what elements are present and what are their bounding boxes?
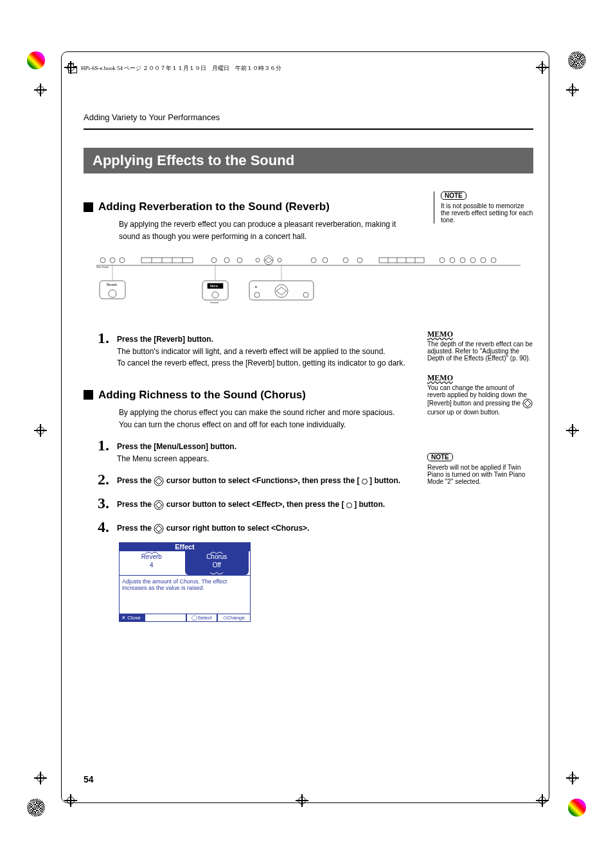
crop-mark	[34, 424, 47, 437]
step-text: Press the	[117, 476, 154, 485]
svg-point-43	[254, 292, 260, 297]
print-mark-color	[27, 51, 45, 69]
step-text: To cancel the reverb effect, press the […	[117, 357, 414, 369]
svg-rect-5	[141, 258, 193, 263]
print-mark-lines	[27, 799, 45, 817]
cursor-icon	[154, 500, 164, 510]
svg-point-13	[256, 258, 260, 262]
doc-header-text: HPi-6S-e.book 54 ページ ２００７年１１月１９日 月曜日 午前１…	[81, 64, 282, 73]
svg-point-26	[450, 258, 455, 263]
step-number: 1.	[84, 437, 109, 465]
chorus-intro: By applying the chorus effect you can ma…	[119, 407, 414, 430]
svg-point-32	[109, 290, 116, 297]
memo-text: You can change the amount of reverb appl…	[427, 384, 533, 416]
crop-mark	[566, 772, 579, 784]
divider	[84, 128, 533, 130]
circle-icon	[346, 502, 352, 508]
crop-mark	[566, 84, 579, 96]
section-header: Adding Variety to Your Performances	[84, 112, 533, 122]
svg-point-38	[212, 292, 218, 298]
effect-tab-chorus: Chorus Off	[185, 551, 249, 575]
svg-point-27	[460, 258, 465, 263]
svg-point-15	[264, 256, 273, 265]
effect-footer-spacer	[145, 614, 186, 622]
svg-point-30	[491, 258, 496, 263]
svg-rect-20	[379, 258, 424, 263]
step-title: Press the [Menu/Lesson] button.	[117, 442, 236, 451]
cursor-icon	[154, 476, 164, 486]
svg-point-18	[343, 258, 348, 263]
step-number: 4.	[84, 518, 109, 536]
step-text: Press the	[117, 500, 154, 509]
step-title: Press the [Reverb] button.	[117, 335, 213, 344]
crop-mark	[34, 772, 47, 784]
svg-point-19	[357, 258, 362, 263]
crop-mark	[566, 424, 579, 437]
step-text: The Menu screen appears.	[117, 453, 414, 465]
note-text: It is not possible to memorize the rever…	[441, 202, 533, 224]
cursor-icon	[154, 524, 164, 534]
svg-point-45	[275, 285, 288, 297]
svg-text:Lesson: Lesson	[210, 301, 218, 304]
svg-point-14	[278, 258, 281, 262]
crop-mark	[34, 84, 47, 96]
step-text: cursor button to select <Functions>, the…	[166, 476, 362, 485]
svg-point-17	[323, 258, 328, 263]
reverb-heading: Adding Reverberation to the Sound (Rever…	[84, 200, 414, 213]
effect-close: ✕ Close	[119, 614, 145, 622]
print-mark-lines	[568, 51, 586, 69]
square-bullet-icon	[84, 202, 93, 212]
effect-select: ◯Select	[186, 614, 217, 622]
step-text: ] button.	[354, 500, 385, 509]
svg-point-25	[440, 258, 445, 263]
svg-point-12	[237, 258, 242, 263]
svg-point-2	[110, 258, 115, 263]
memo-text: The depth of the reverb effect can be ad…	[427, 341, 533, 362]
svg-point-29	[481, 258, 486, 263]
memo-label: MEMO	[427, 330, 533, 339]
document-icon	[68, 63, 77, 73]
svg-point-10	[211, 258, 217, 263]
svg-text:×: ×	[254, 284, 258, 290]
step-number: 1.	[84, 330, 109, 369]
svg-point-11	[224, 258, 229, 263]
svg-rect-41	[249, 281, 314, 300]
step-number: 3.	[84, 495, 109, 512]
step-text: The button's indicator will light, and a…	[117, 346, 414, 358]
effect-tab-reverb: Reverb 4	[120, 551, 184, 575]
effect-description: Adjusts the amount of Chorus. The effect…	[119, 576, 251, 614]
step-number: 2.	[84, 471, 109, 488]
step-text: cursor button to select <Effect>, then p…	[166, 500, 346, 509]
reverb-intro: By applying the reverb effect you can pr…	[119, 218, 414, 242]
chorus-heading: Adding Richness to the Sound (Chorus)	[84, 389, 414, 402]
page-number: 54	[84, 774, 94, 784]
step-text: ] button.	[369, 476, 400, 485]
svg-point-28	[470, 258, 475, 263]
step-text: cursor right button to select <Chorus>.	[166, 524, 310, 533]
svg-text:Menu: Menu	[210, 284, 218, 288]
effect-screen: Effect Reverb 4 Chorus Off Adjusts the a…	[119, 542, 251, 622]
svg-point-16	[311, 258, 316, 263]
doc-header: HPi-6S-e.book 54 ページ ２００７年１１月１９日 月曜日 午前１…	[68, 63, 282, 73]
panel-diagram: One Touch	[84, 254, 533, 312]
svg-point-1	[100, 258, 105, 263]
chorus-heading-text: Adding Richness to the Sound (Chorus)	[98, 389, 306, 402]
square-bullet-icon	[84, 390, 93, 400]
effect-change: ◇Change	[217, 614, 251, 622]
circle-icon	[362, 479, 368, 484]
effect-screen-title: Effect	[119, 542, 251, 551]
reverb-heading-text: Adding Reverberation to the Sound (Rever…	[98, 200, 330, 213]
svg-text:One Touch: One Touch	[96, 265, 109, 269]
memo-label: MEMO	[427, 373, 533, 383]
svg-point-3	[120, 258, 125, 263]
note-label: NOTE	[441, 191, 466, 200]
svg-text:Reverb: Reverb	[107, 283, 117, 287]
cursor-icon	[522, 398, 533, 409]
svg-point-44	[303, 292, 308, 297]
note-label: NOTE	[427, 453, 453, 461]
step-text: Press the	[117, 524, 154, 533]
page-title: Applying Effects to the Sound	[84, 148, 533, 173]
print-mark-color	[568, 799, 586, 817]
note-text: Reverb will not be applied if Twin Piano…	[427, 464, 533, 485]
